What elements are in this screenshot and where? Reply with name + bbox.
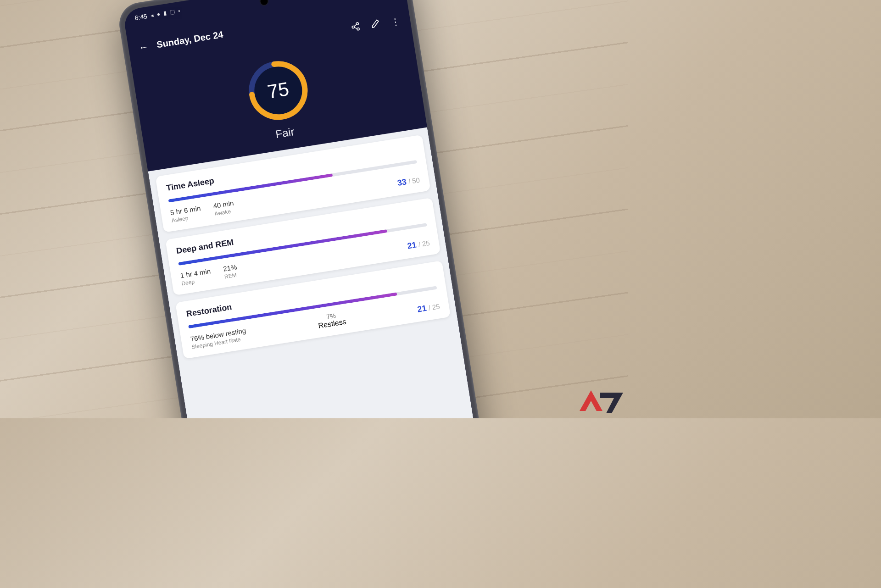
svg-line-4 bbox=[354, 27, 357, 29]
phone-frame: 6:45 ◂ ● ▮ ⬚ • ⌀ ▾◣ ◢ ▮ ← Sunday, Dec 24 bbox=[116, 0, 499, 418]
screen: 6:45 ◂ ● ▮ ⬚ • ⌀ ▾◣ ◢ ▮ ← Sunday, Dec 24 bbox=[123, 0, 493, 418]
svg-marker-8 bbox=[600, 393, 623, 413]
metric-label: REM bbox=[224, 272, 239, 280]
metric-value: 21% bbox=[223, 263, 237, 272]
svg-line-3 bbox=[354, 24, 357, 26]
watermark-logo bbox=[575, 388, 625, 416]
content-area: Time Asleep 5 hr 6 min Asleep 40 min bbox=[148, 128, 492, 418]
card-score: 21 / 25 bbox=[417, 301, 440, 314]
back-icon[interactable]: ← bbox=[138, 40, 150, 54]
share-icon[interactable] bbox=[350, 22, 361, 34]
svg-marker-7 bbox=[580, 390, 602, 411]
svg-point-2 bbox=[357, 28, 360, 30]
card-score: 21 / 25 bbox=[407, 238, 430, 251]
more-icon[interactable]: ⋮ bbox=[390, 16, 400, 28]
card-score: 33 / 50 bbox=[396, 175, 420, 188]
sleep-score-value: 75 bbox=[241, 54, 315, 127]
status-time: 6:45 bbox=[134, 12, 148, 22]
edit-icon[interactable] bbox=[370, 18, 381, 31]
page-title: Sunday, Dec 24 bbox=[156, 29, 224, 50]
